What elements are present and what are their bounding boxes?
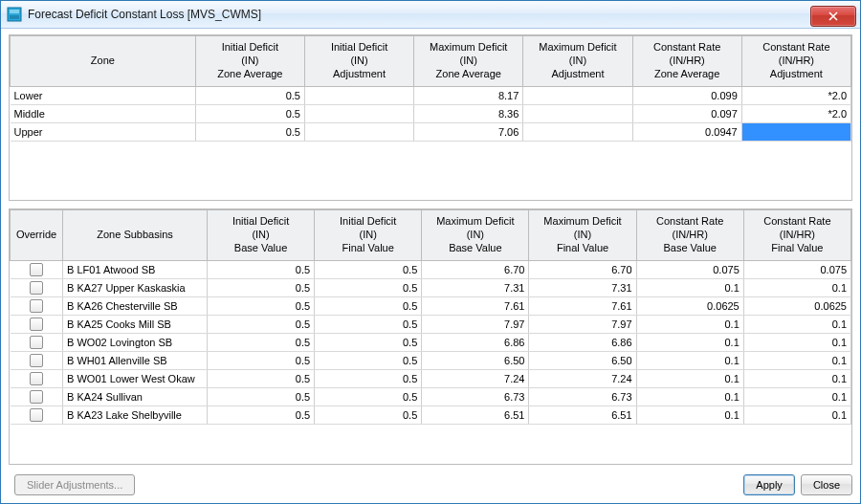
override-checkbox-cell[interactable]: [11, 334, 63, 352]
cell-cr-final[interactable]: 0.1: [743, 334, 850, 352]
cell-cr-base[interactable]: 0.1: [636, 316, 743, 334]
cell-cr-avg[interactable]: 0.099: [632, 87, 741, 105]
cell-cr-final[interactable]: 0.1: [743, 352, 850, 370]
override-checkbox-cell[interactable]: [11, 388, 63, 406]
cell-cr-base[interactable]: 0.1: [636, 279, 743, 297]
checkbox-icon[interactable]: [30, 336, 43, 349]
table-row[interactable]: B LF01 Atwood SB0.50.56.706.700.0750.075: [11, 261, 851, 279]
cell-subbasin[interactable]: B LF01 Atwood SB: [63, 261, 208, 279]
cell-md-base[interactable]: 6.51: [422, 406, 529, 425]
cell-id-base[interactable]: 0.5: [207, 406, 314, 425]
cell-subbasin[interactable]: B WH01 Allenville SB: [63, 352, 208, 370]
cell-md-final[interactable]: 7.24: [529, 370, 636, 388]
col-cr-base[interactable]: Constant Rate(IN/HR)Base Value: [636, 210, 743, 261]
titlebar[interactable]: Forecast Deficit Constant Loss [MVS_CWMS…: [1, 1, 860, 29]
override-checkbox-cell[interactable]: [11, 261, 63, 279]
cell-cr-final[interactable]: 0.1: [743, 388, 850, 406]
col-max-deficit-avg[interactable]: Maximum Deficit(IN)Zone Average: [414, 36, 523, 87]
cell-cr-final[interactable]: 0.1: [743, 406, 850, 425]
cell-md-base[interactable]: 7.61: [422, 297, 529, 316]
cell-cr-final[interactable]: 0.1: [743, 316, 850, 334]
override-checkbox-cell[interactable]: [11, 370, 63, 388]
cell-md-adj[interactable]: [523, 87, 632, 105]
override-checkbox-cell[interactable]: [11, 279, 63, 297]
col-md-final[interactable]: Maximum Deficit(IN)Final Value: [529, 210, 636, 261]
cell-cr-avg[interactable]: 0.0947: [632, 123, 741, 142]
table-row[interactable]: B KA26 Chesterville SB0.50.57.617.610.06…: [11, 297, 851, 316]
table-row[interactable]: B WO02 Lovington SB0.50.56.866.860.10.1: [11, 334, 851, 352]
cell-cr-adj[interactable]: *2.0: [741, 105, 850, 123]
close-window-button[interactable]: Close: [801, 474, 852, 495]
checkbox-icon[interactable]: [30, 263, 43, 276]
close-button[interactable]: [810, 6, 856, 27]
cell-zone[interactable]: Middle: [11, 105, 196, 123]
cell-id-final[interactable]: 0.5: [315, 388, 422, 406]
cell-md-base[interactable]: 6.86: [422, 334, 529, 352]
cell-id-final[interactable]: 0.5: [315, 316, 422, 334]
cell-id-final[interactable]: 0.5: [315, 261, 422, 279]
cell-id-base[interactable]: 0.5: [207, 334, 314, 352]
cell-id-final[interactable]: 0.5: [315, 370, 422, 388]
cell-md-final[interactable]: 7.61: [529, 297, 636, 316]
cell-cr-final[interactable]: 0.1: [743, 370, 850, 388]
checkbox-icon[interactable]: [30, 390, 43, 404]
col-constant-rate-avg[interactable]: Constant Rate(IN/HR)Zone Average: [632, 36, 741, 87]
cell-md-base[interactable]: 7.97: [422, 316, 529, 334]
cell-md-adj[interactable]: [523, 105, 632, 123]
cell-subbasin[interactable]: B WO02 Lovington SB: [63, 334, 208, 352]
cell-md-base[interactable]: 6.70: [422, 261, 529, 279]
col-zone[interactable]: Zone: [11, 36, 196, 87]
col-constant-rate-adj[interactable]: Constant Rate(IN/HR)Adjustment: [741, 36, 850, 87]
table-row[interactable]: B KA23 Lake Shelbyville0.50.56.516.510.1…: [11, 406, 851, 425]
table-row[interactable]: Upper 0.5 7.06 0.0947: [11, 123, 851, 142]
cell-md-base[interactable]: 7.31: [422, 279, 529, 297]
cell-subbasin[interactable]: B KA26 Chesterville SB: [63, 297, 208, 316]
cell-cr-avg[interactable]: 0.097: [632, 105, 741, 123]
checkbox-icon[interactable]: [30, 318, 43, 331]
col-override[interactable]: Override: [11, 210, 63, 261]
cell-cr-base[interactable]: 0.1: [636, 406, 743, 425]
override-checkbox-cell[interactable]: [11, 352, 63, 370]
table-row[interactable]: B KA27 Upper Kaskaskia0.50.57.317.310.10…: [11, 279, 851, 297]
cell-md-final[interactable]: 6.51: [529, 406, 636, 425]
table-row[interactable]: Middle 0.5 8.36 0.097 *2.0: [11, 105, 851, 123]
col-id-final[interactable]: Initial Deficit(IN)Final Value: [315, 210, 422, 261]
cell-cr-base[interactable]: 0.1: [636, 334, 743, 352]
cell-id-final[interactable]: 0.5: [315, 334, 422, 352]
cell-subbasin[interactable]: B KA27 Upper Kaskaskia: [63, 279, 208, 297]
checkbox-icon[interactable]: [30, 408, 43, 422]
col-id-base[interactable]: Initial Deficit(IN)Base Value: [207, 210, 314, 261]
cell-cr-final[interactable]: 0.075: [743, 261, 850, 279]
cell-id-final[interactable]: 0.5: [315, 279, 422, 297]
cell-cr-base[interactable]: 0.1: [636, 352, 743, 370]
cell-id-base[interactable]: 0.5: [207, 316, 314, 334]
cell-id-avg[interactable]: 0.5: [195, 123, 304, 142]
cell-md-final[interactable]: 6.73: [529, 388, 636, 406]
cell-zone[interactable]: Lower: [11, 87, 196, 105]
cell-cr-base[interactable]: 0.1: [636, 370, 743, 388]
cell-zone[interactable]: Upper: [11, 123, 196, 142]
table-row[interactable]: B KA24 Sullivan0.50.56.736.730.10.1: [11, 388, 851, 406]
cell-md-final[interactable]: 6.86: [529, 334, 636, 352]
override-checkbox-cell[interactable]: [11, 316, 63, 334]
cell-subbasin[interactable]: B WO01 Lower West Okaw: [63, 370, 208, 388]
cell-id-base[interactable]: 0.5: [207, 261, 314, 279]
cell-md-base[interactable]: 7.24: [422, 370, 529, 388]
cell-id-base[interactable]: 0.5: [207, 279, 314, 297]
cell-cr-final[interactable]: 0.1: [743, 279, 850, 297]
checkbox-icon[interactable]: [30, 299, 43, 313]
cell-md-base[interactable]: 6.50: [422, 352, 529, 370]
cell-id-base[interactable]: 0.5: [207, 370, 314, 388]
cell-id-final[interactable]: 0.5: [315, 352, 422, 370]
cell-subbasin[interactable]: B KA25 Cooks Mill SB: [63, 316, 208, 334]
zone-table[interactable]: Zone Initial Deficit(IN)Zone Average Ini…: [10, 35, 851, 142]
table-row[interactable]: B KA25 Cooks Mill SB0.50.57.977.970.10.1: [11, 316, 851, 334]
cell-cr-adj[interactable]: *2.0: [741, 87, 850, 105]
cell-md-final[interactable]: 7.31: [529, 279, 636, 297]
cell-cr-adj-selected[interactable]: [741, 123, 850, 142]
cell-subbasin[interactable]: B KA23 Lake Shelbyville: [63, 406, 208, 425]
cell-md-final[interactable]: 6.50: [529, 352, 636, 370]
cell-md-avg[interactable]: 8.36: [414, 105, 523, 123]
col-initial-deficit-adj[interactable]: Initial Deficit(IN)Adjustment: [304, 36, 413, 87]
apply-button[interactable]: Apply: [743, 474, 795, 495]
